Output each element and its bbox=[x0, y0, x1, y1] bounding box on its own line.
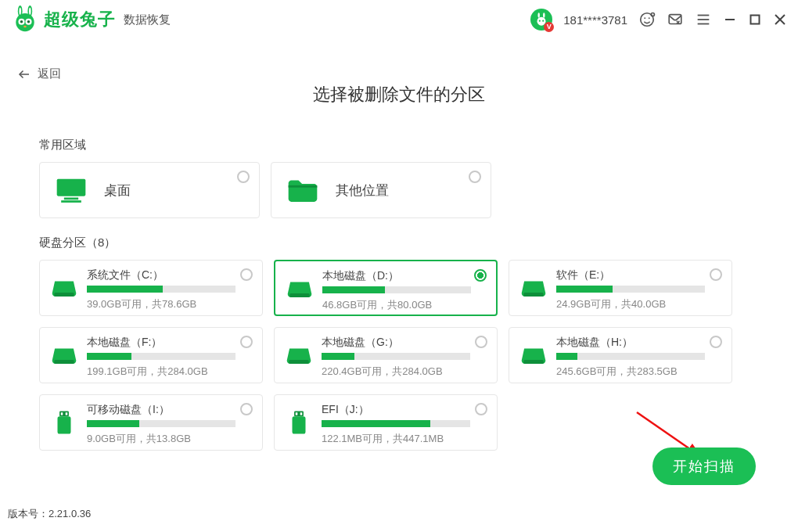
quick-section-label: 常用区域 bbox=[39, 138, 759, 153]
svg-rect-33 bbox=[289, 293, 310, 297]
usb-drive-icon bbox=[51, 409, 77, 436]
partitions-count: （8） bbox=[86, 235, 116, 249]
svg-rect-41 bbox=[66, 412, 68, 415]
partition-name: 软件（E:） bbox=[556, 268, 717, 282]
svg-rect-36 bbox=[289, 360, 309, 364]
bunny-logo-icon bbox=[11, 5, 39, 34]
user-avatar-icon[interactable]: V bbox=[530, 9, 552, 31]
hard-drive-icon bbox=[286, 342, 312, 368]
desktop-label: 桌面 bbox=[104, 182, 131, 200]
partition-card[interactable]: 软件（E:） 24.9GB可用，共40.0GB bbox=[509, 260, 732, 316]
other-label: 其他位置 bbox=[336, 182, 389, 200]
desktop-icon bbox=[54, 176, 88, 204]
support-face-icon[interactable] bbox=[638, 11, 656, 28]
radio-indicator bbox=[240, 403, 253, 415]
svg-rect-34 bbox=[523, 293, 544, 297]
page-title: 选择被删除文件的分区 bbox=[0, 83, 798, 106]
svg-point-16 bbox=[644, 17, 645, 19]
partition-name: 可移动磁盘（I:） bbox=[87, 403, 248, 417]
svg-point-3 bbox=[19, 8, 21, 15]
radio-indicator bbox=[710, 268, 722, 281]
back-label: 返回 bbox=[38, 66, 61, 81]
brand: 超级兔子 数据恢复 bbox=[11, 5, 171, 34]
svg-point-4 bbox=[29, 8, 31, 15]
partition-stat: 245.6GB可用，共283.5GB bbox=[556, 365, 717, 379]
radio-indicator bbox=[240, 268, 253, 281]
svg-rect-31 bbox=[289, 185, 318, 188]
partition-stat: 220.4GB可用，共284.0GB bbox=[322, 365, 483, 379]
radio-indicator bbox=[474, 269, 487, 282]
partition-stat: 46.8GB可用，共80.0GB bbox=[322, 298, 482, 312]
folder-icon bbox=[286, 176, 320, 204]
svg-rect-28 bbox=[57, 178, 86, 196]
svg-point-8 bbox=[27, 20, 31, 23]
partition-name: 系统文件（C:） bbox=[87, 268, 248, 282]
partition-card[interactable]: 本地磁盘（D:） 46.8GB可用，共80.0GB bbox=[274, 260, 498, 316]
partition-stat: 9.0GB可用，共13.8GB bbox=[87, 432, 248, 446]
usage-bar bbox=[556, 286, 705, 293]
version-label: 版本号：2.21.0.36 bbox=[8, 507, 91, 521]
radio-indicator bbox=[475, 403, 487, 415]
radio-indicator bbox=[710, 336, 722, 348]
brand-name: 超级兔子 bbox=[44, 8, 116, 31]
svg-point-10 bbox=[538, 13, 540, 18]
svg-rect-37 bbox=[523, 360, 544, 364]
partitions-label-text: 硬盘分区 bbox=[39, 235, 86, 249]
partition-card[interactable]: 本地磁盘（H:） 245.6GB可用，共283.5GB bbox=[509, 327, 732, 383]
partition-info: 本地磁盘（D:） 46.8GB可用，共80.0GB bbox=[322, 269, 482, 312]
hard-drive-icon bbox=[286, 275, 313, 302]
feedback-icon[interactable] bbox=[667, 11, 684, 28]
svg-rect-44 bbox=[296, 412, 298, 415]
svg-rect-19 bbox=[669, 15, 681, 24]
partition-info: 本地磁盘（H:） 245.6GB可用，共283.5GB bbox=[556, 336, 717, 379]
partition-card[interactable]: 本地磁盘（G:） 220.4GB可用，共284.0GB bbox=[274, 327, 498, 383]
partition-card[interactable]: 本地磁盘（F:） 199.1GB可用，共284.0GB bbox=[39, 327, 263, 383]
partition-info: EFI（J:） 122.1MB可用，共447.1MB bbox=[322, 403, 483, 446]
quick-card-other[interactable]: 其他位置 bbox=[271, 162, 491, 218]
usage-bar bbox=[87, 286, 235, 293]
partition-stat: 122.1MB可用，共447.1MB bbox=[322, 432, 483, 446]
minimize-button[interactable] bbox=[723, 13, 737, 27]
svg-point-7 bbox=[20, 20, 23, 23]
partition-info: 本地磁盘（F:） 199.1GB可用，共284.0GB bbox=[87, 336, 248, 379]
partition-card[interactable]: 系统文件（C:） 39.0GB可用，共78.6GB bbox=[39, 260, 263, 316]
quick-card-desktop[interactable]: 桌面 bbox=[39, 162, 260, 218]
partition-name: EFI（J:） bbox=[322, 403, 483, 417]
svg-rect-43 bbox=[293, 416, 306, 433]
svg-rect-45 bbox=[300, 412, 303, 415]
svg-point-14 bbox=[542, 20, 544, 22]
partition-card[interactable]: EFI（J:） 122.1MB可用，共447.1MB bbox=[274, 394, 498, 451]
partition-info: 可移动磁盘（I:） 9.0GB可用，共13.8GB bbox=[87, 403, 248, 446]
svg-point-9 bbox=[23, 26, 27, 28]
svg-rect-24 bbox=[751, 16, 760, 24]
hard-drive-icon bbox=[520, 342, 547, 368]
svg-rect-35 bbox=[54, 360, 74, 364]
version-prefix: 版本号： bbox=[8, 508, 49, 519]
partition-name: 本地磁盘（F:） bbox=[87, 336, 248, 350]
start-scan-button[interactable]: 开始扫描 bbox=[652, 448, 756, 485]
partition-info: 系统文件（C:） 39.0GB可用，共78.6GB bbox=[87, 268, 248, 311]
partition-name: 本地磁盘（D:） bbox=[322, 269, 482, 283]
svg-point-11 bbox=[543, 13, 545, 18]
close-button[interactable] bbox=[773, 13, 787, 27]
usage-bar bbox=[322, 286, 471, 293]
partition-card[interactable]: 可移动磁盘（I:） 9.0GB可用，共13.8GB bbox=[39, 394, 263, 451]
partition-stat: 199.1GB可用，共284.0GB bbox=[87, 365, 248, 379]
partition-name: 本地磁盘（G:） bbox=[322, 336, 483, 350]
usage-bar bbox=[322, 420, 470, 427]
svg-rect-40 bbox=[61, 412, 63, 415]
maximize-button[interactable] bbox=[748, 13, 762, 27]
hard-drive-icon bbox=[520, 275, 547, 301]
svg-point-17 bbox=[649, 17, 650, 19]
hard-drive-icon bbox=[51, 342, 77, 368]
radio-indicator bbox=[237, 171, 250, 183]
svg-point-18 bbox=[651, 13, 654, 16]
radio-indicator bbox=[240, 336, 253, 348]
usb-drive-icon bbox=[286, 409, 312, 436]
app-header: 超级兔子 数据恢复 V 181****3781 bbox=[0, 0, 798, 39]
back-button[interactable]: 返回 bbox=[0, 39, 798, 81]
usage-bar bbox=[87, 353, 235, 360]
menu-icon[interactable] bbox=[695, 11, 712, 28]
partition-stat: 24.9GB可用，共40.0GB bbox=[556, 297, 717, 311]
usage-bar bbox=[556, 353, 705, 360]
